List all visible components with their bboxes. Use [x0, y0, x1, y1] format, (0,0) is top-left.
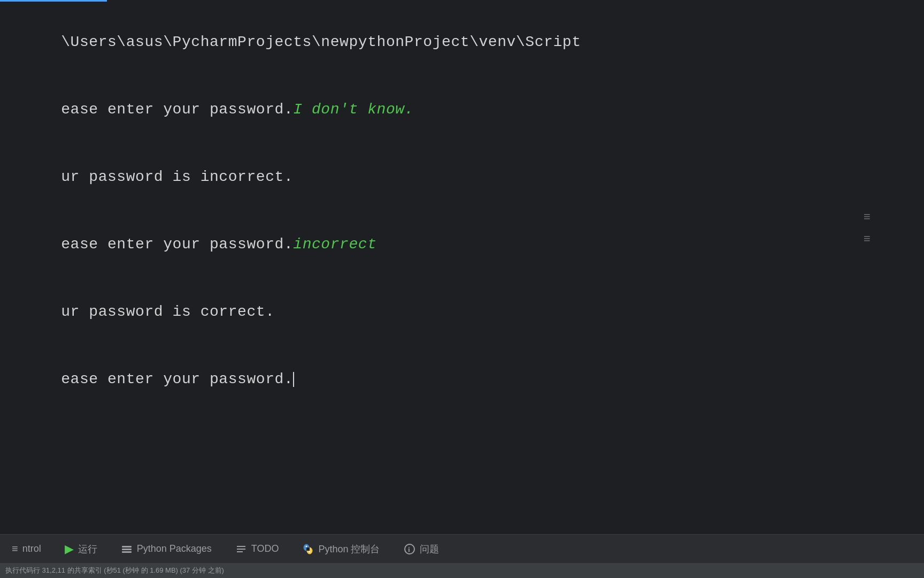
svg-text:i: i	[408, 545, 410, 553]
problems-icon: i	[404, 543, 415, 555]
terminal-line-prefix: ease enter your password.	[61, 236, 293, 253]
python-packages-icon	[121, 543, 133, 555]
fold-icon-2[interactable]: ≡	[864, 233, 871, 246]
toolbar-item-version-control[interactable]: ≡ ntrol	[0, 535, 53, 563]
progress-indicator	[0, 0, 107, 2]
toolbar-version-control-label: ntrol	[22, 543, 41, 554]
svg-rect-1	[122, 549, 132, 550]
svg-point-11	[309, 551, 311, 552]
toolbar-item-problems[interactable]: i 问题	[392, 535, 451, 563]
terminal-line-prefix: ease enter your password.	[61, 371, 293, 387]
run-icon: ▶	[65, 542, 74, 556]
toolbar-todo-label: TODO	[251, 543, 279, 554]
status-bar: 执行代码行 31,2,11 的共享索引 (秒51 (秒钟 的 1.69 MB) …	[0, 563, 924, 578]
terminal-line-active: ease enter your password.	[5, 346, 919, 413]
svg-rect-9	[306, 547, 310, 551]
terminal-line: ease enter your password.I don't know.	[5, 76, 919, 143]
status-text: 执行代码行 31,2,11 的共享索引 (秒51 (秒钟 的 1.69 MB) …	[5, 566, 224, 575]
fold-icon-1[interactable]: ≡	[864, 211, 871, 224]
terminal-line: ur password is correct.	[5, 278, 919, 346]
toolbar-item-todo[interactable]: TODO	[224, 535, 291, 563]
toolbar-item-python-console[interactable]: Python 控制台	[290, 535, 391, 563]
terminal-line-text: ur password is correct.	[61, 303, 274, 320]
terminal-line: ur password is incorrect.	[5, 143, 919, 211]
terminal-line-user-input: incorrect	[293, 236, 376, 253]
terminal-line-text: \Users\asus\PycharmProjects\newpythonPro…	[61, 34, 581, 50]
todo-icon	[235, 543, 247, 555]
version-control-icon: ≡	[12, 543, 18, 555]
svg-rect-0	[122, 546, 132, 547]
toolbar-item-run[interactable]: ▶ 运行	[53, 535, 109, 563]
terminal-cursor	[293, 372, 294, 387]
toolbar-problems-label: 问题	[420, 543, 439, 556]
terminal-line: ease enter your password.incorrect	[5, 211, 919, 278]
toolbar-item-python-packages[interactable]: Python Packages	[109, 535, 224, 563]
svg-rect-2	[122, 551, 132, 553]
terminal-content: \Users\asus\PycharmProjects\newpythonPro…	[0, 9, 924, 413]
toolbar-python-console-label: Python 控制台	[318, 543, 380, 556]
toolbar-python-packages-label: Python Packages	[137, 543, 212, 554]
terminal-line-user-input: I don't know.	[293, 101, 414, 118]
side-icons: ≡ ≡	[864, 211, 871, 246]
terminal-line: \Users\asus\PycharmProjects\newpythonPro…	[5, 9, 919, 76]
terminal-area[interactable]: \Users\asus\PycharmProjects\newpythonPro…	[0, 2, 924, 534]
terminal-line-text: ur password is incorrect.	[61, 169, 293, 185]
bottom-toolbar: ≡ ntrol ▶ 运行 Python Packages TODO	[0, 534, 924, 563]
toolbar-run-label: 运行	[78, 543, 97, 556]
terminal-line-prefix: ease enter your password.	[61, 101, 293, 118]
python-console-icon	[302, 543, 314, 555]
svg-point-10	[306, 545, 307, 547]
